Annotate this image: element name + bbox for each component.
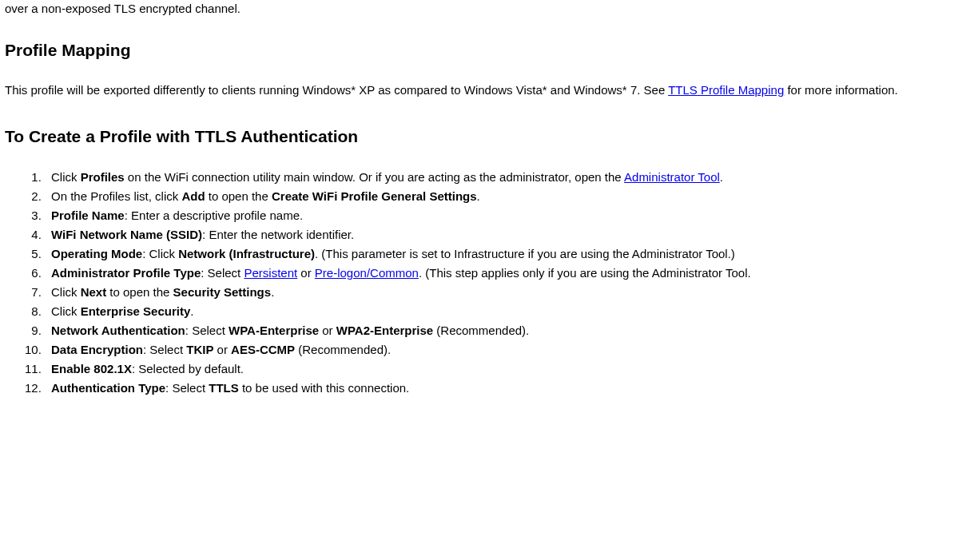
- administrator-tool-link[interactable]: Administrator Tool: [624, 170, 720, 184]
- step-5: Operating Mode: Click Network (Infrastru…: [45, 244, 978, 264]
- step-12: Authentication Type: Select TTLS to be u…: [45, 379, 978, 398]
- step-11: Enable 802.1X: Selected by default.: [45, 359, 978, 379]
- heading-profile-mapping: Profile Mapping: [5, 38, 978, 63]
- intro-fragment: over a non-exposed TLS encrypted channel…: [5, 0, 978, 18]
- steps-list: Click Profiles on the WiFi connection ut…: [5, 168, 978, 398]
- heading-create-profile: To Create a Profile with TTLS Authentica…: [5, 124, 978, 149]
- step-9: Network Authentication: Select WPA-Enter…: [45, 321, 978, 340]
- step-1: Click Profiles on the WiFi connection ut…: [45, 168, 978, 187]
- pm-text-after: for more information.: [784, 83, 898, 97]
- pm-text-before: This profile will be exported differentl…: [5, 83, 668, 97]
- pre-logon-common-link[interactable]: Pre-logon/Common: [315, 266, 419, 280]
- step-6: Administrator Profile Type: Select Persi…: [45, 264, 978, 283]
- ttls-profile-mapping-link[interactable]: TTLS Profile Mapping: [668, 83, 784, 97]
- step-7: Click Next to open the Security Settings…: [45, 283, 978, 302]
- step-3: Profile Name: Enter a descriptive profil…: [45, 206, 978, 225]
- step-2: On the Profiles list, click Add to open …: [45, 187, 978, 206]
- step-4: WiFi Network Name (SSID): Enter the netw…: [45, 225, 978, 244]
- profile-mapping-paragraph: This profile will be exported differentl…: [5, 81, 978, 100]
- step-8: Click Enterprise Security.: [45, 302, 978, 321]
- step-10: Data Encryption: Select TKIP or AES-CCMP…: [45, 340, 978, 359]
- persistent-link[interactable]: Persistent: [244, 266, 297, 280]
